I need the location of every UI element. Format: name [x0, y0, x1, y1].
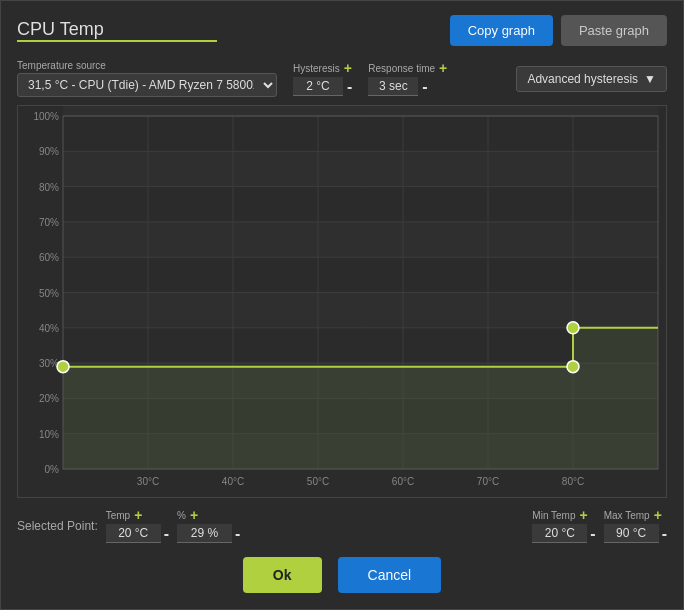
temp-plus-icon[interactable]: + [134, 508, 142, 522]
bottom-row: Selected Point: Temp + - % + - [1, 498, 683, 553]
hysteresis-minus-icon[interactable]: - [347, 79, 352, 95]
selected-point-label: Selected Point: [17, 519, 98, 533]
chart-canvas[interactable] [18, 106, 667, 498]
max-temp-field-group: Max Temp + - [604, 508, 667, 543]
cancel-button[interactable]: Cancel [338, 557, 442, 593]
pct-plus-icon[interactable]: + [190, 508, 198, 522]
response-time-label: Response time [368, 63, 435, 74]
main-window: Copy graph Paste graph Temperature sourc… [0, 0, 684, 610]
title-input[interactable] [17, 19, 217, 42]
temp-source-group: Temperature source 31,5 °C - CPU (Tdie) … [17, 60, 277, 97]
temp-field-input[interactable] [106, 524, 161, 543]
response-time-input[interactable] [368, 77, 418, 96]
copy-graph-button[interactable]: Copy graph [450, 15, 553, 46]
temp-field-group: Temp + - [106, 508, 169, 543]
max-temp-label: Max Temp [604, 510, 650, 521]
hysteresis-group: Hysteresis + - [293, 61, 352, 96]
chart-container[interactable] [17, 105, 667, 498]
temp-minus-icon[interactable]: - [164, 526, 169, 542]
response-time-minus-icon[interactable]: - [422, 79, 427, 95]
response-time-plus-icon[interactable]: + [439, 61, 447, 75]
pct-field-input[interactable] [177, 524, 232, 543]
hysteresis-plus-icon[interactable]: + [344, 61, 352, 75]
pct-field-group: % + - [177, 508, 240, 543]
pct-minus-icon[interactable]: - [235, 526, 240, 542]
max-temp-plus-icon[interactable]: + [654, 508, 662, 522]
min-temp-plus-icon[interactable]: + [580, 508, 588, 522]
hysteresis-label: Hysteresis [293, 63, 340, 74]
min-temp-input[interactable] [532, 524, 587, 543]
hysteresis-input[interactable] [293, 77, 343, 96]
ok-button[interactable]: Ok [243, 557, 322, 593]
header-buttons: Copy graph Paste graph [450, 15, 667, 46]
temp-field-label: Temp [106, 510, 130, 521]
pct-field-label: % [177, 510, 186, 521]
header: Copy graph Paste graph [1, 1, 683, 56]
min-temp-minus-icon[interactable]: - [590, 526, 595, 542]
controls-row: Temperature source 31,5 °C - CPU (Tdie) … [1, 56, 683, 105]
temp-source-select[interactable]: 31,5 °C - CPU (Tdie) - AMD Ryzen 7 5800X… [17, 73, 277, 97]
max-temp-minus-icon[interactable]: - [662, 526, 667, 542]
action-row: Ok Cancel [1, 553, 683, 609]
temp-source-label: Temperature source [17, 60, 277, 71]
min-temp-label: Min Temp [532, 510, 575, 521]
advanced-hysteresis-label: Advanced hysteresis [527, 72, 638, 86]
min-temp-field-group: Min Temp + - [532, 508, 595, 543]
response-time-group: Response time + - [368, 61, 447, 96]
max-temp-input[interactable] [604, 524, 659, 543]
chevron-down-icon: ▼ [644, 72, 656, 86]
advanced-hysteresis-button[interactable]: Advanced hysteresis ▼ [516, 66, 667, 92]
paste-graph-button[interactable]: Paste graph [561, 15, 667, 46]
